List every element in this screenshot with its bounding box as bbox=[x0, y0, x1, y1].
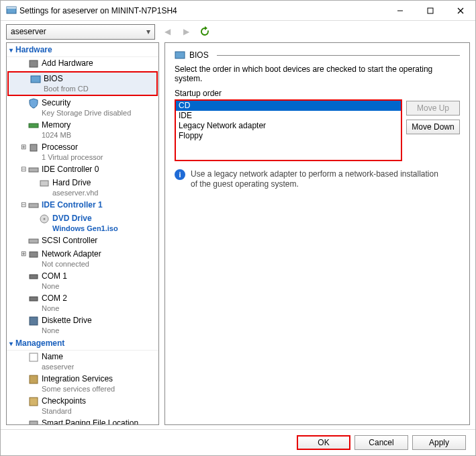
list-item[interactable]: IDE bbox=[176, 111, 401, 121]
tree-item-ide0[interactable]: ⊟ IDE Controller 0 bbox=[7, 163, 158, 177]
svg-rect-3 bbox=[428, 8, 433, 13]
close-button[interactable] bbox=[445, 1, 475, 20]
settings-tree[interactable]: ▾ Hardware Add Hardware BIOSBoot from CD… bbox=[6, 42, 159, 425]
hardware-section-label: Hardware bbox=[15, 45, 52, 54]
apply-button[interactable]: Apply bbox=[412, 435, 466, 450]
info-note: i Use a legacy network adapter to perfor… bbox=[175, 169, 460, 189]
harddrive-icon bbox=[39, 178, 50, 189]
refresh-button[interactable] bbox=[198, 25, 211, 38]
startup-order-label: Startup order bbox=[175, 89, 460, 98]
svg-point-14 bbox=[44, 218, 46, 220]
chip-icon bbox=[175, 50, 185, 60]
list-item[interactable]: CD bbox=[176, 101, 401, 111]
checkpoints-icon bbox=[28, 396, 39, 407]
app-icon bbox=[6, 5, 17, 16]
cancel-button[interactable]: Cancel bbox=[354, 435, 408, 450]
svg-rect-7 bbox=[31, 76, 40, 83]
tree-item-com2[interactable]: COM 2None bbox=[7, 292, 158, 314]
chip-icon bbox=[30, 74, 41, 85]
svg-rect-22 bbox=[30, 398, 38, 406]
main-content: ▾ Hardware Add Hardware BIOSBoot from CD… bbox=[1, 42, 475, 429]
chevron-down-icon: ▾ bbox=[146, 27, 150, 36]
tree-item-ide1[interactable]: ⊟ IDE Controller 1 bbox=[7, 199, 158, 212]
list-item[interactable]: Legacy Network adapter bbox=[176, 121, 401, 131]
move-up-button[interactable]: Move Up bbox=[406, 101, 460, 116]
vm-dropdown-value: aseserver bbox=[11, 27, 46, 36]
startup-order-group: Startup order CD IDE Legacy Network adap… bbox=[175, 89, 460, 161]
svg-rect-23 bbox=[30, 421, 38, 425]
tree-item-bios[interactable]: BIOSBoot from CD bbox=[7, 71, 158, 96]
expand-icon[interactable]: ⊞ bbox=[19, 142, 28, 150]
tree-item-network[interactable]: ⊞ Network AdapterNot connected bbox=[7, 248, 158, 270]
detail-title: BIOS bbox=[189, 50, 209, 60]
svg-rect-21 bbox=[30, 375, 38, 383]
tree-item-processor[interactable]: ⊞ Processor1 Virtual processor bbox=[7, 141, 158, 163]
management-section-label: Management bbox=[15, 338, 64, 348]
tree-item-scsi[interactable]: SCSI Controller bbox=[7, 234, 158, 248]
svg-rect-6 bbox=[30, 60, 38, 67]
svg-rect-24 bbox=[175, 52, 185, 58]
svg-rect-16 bbox=[30, 252, 38, 257]
tree-item-name[interactable]: Nameaseserver bbox=[7, 351, 158, 373]
diskette-icon bbox=[28, 316, 39, 326]
chevron-down-icon: ▾ bbox=[9, 340, 13, 347]
move-down-button[interactable]: Move Down bbox=[406, 120, 460, 134]
titlebar: Settings for aseserver on MININT-N7P1SH4 bbox=[1, 1, 475, 21]
controller-icon bbox=[28, 200, 39, 211]
integration-icon bbox=[28, 374, 39, 385]
paging-icon bbox=[28, 418, 39, 425]
tree-item-add-hardware[interactable]: Add Hardware bbox=[7, 57, 158, 71]
tree-item-diskette[interactable]: Diskette DriveNone bbox=[7, 314, 158, 336]
memory-icon bbox=[28, 120, 39, 131]
svg-rect-17 bbox=[30, 275, 38, 279]
info-text: Use a legacy network adapter to perform … bbox=[191, 169, 446, 189]
back-button[interactable]: ◀ bbox=[160, 25, 174, 38]
forward-button[interactable]: ▶ bbox=[179, 25, 193, 38]
chevron-down-icon: ▾ bbox=[9, 46, 13, 54]
svg-rect-12 bbox=[29, 203, 38, 208]
tree-item-com1[interactable]: COM 1None bbox=[7, 270, 158, 292]
network-icon bbox=[28, 249, 39, 260]
com-icon bbox=[28, 293, 39, 304]
ok-button[interactable]: OK bbox=[297, 435, 350, 450]
toolbar: aseserver ▾ ◀ ▶ bbox=[1, 21, 475, 42]
detail-pane: BIOS Select the order in which boot devi… bbox=[164, 42, 470, 425]
tree-item-checkpoints[interactable]: CheckpointsStandard bbox=[7, 395, 158, 417]
info-icon: i bbox=[175, 169, 185, 180]
hardware-section-header[interactable]: ▾ Hardware bbox=[7, 43, 158, 57]
detail-title-row: BIOS bbox=[175, 50, 460, 60]
startup-order-list[interactable]: CD IDE Legacy Network adapter Floppy bbox=[175, 99, 402, 161]
svg-rect-15 bbox=[29, 239, 38, 243]
svg-rect-11 bbox=[40, 181, 48, 186]
divider bbox=[217, 55, 460, 56]
svg-rect-20 bbox=[30, 353, 38, 361]
svg-rect-10 bbox=[29, 168, 38, 172]
tree-item-dvd[interactable]: DVD DriveWindows Gen1.iso bbox=[7, 212, 158, 234]
add-hardware-icon bbox=[28, 58, 39, 69]
collapse-icon[interactable]: ⊟ bbox=[19, 165, 28, 173]
tree-item-memory[interactable]: Memory1024 MB bbox=[7, 119, 158, 141]
expand-icon[interactable]: ⊞ bbox=[19, 249, 28, 257]
scsi-icon bbox=[28, 236, 39, 246]
dialog-footer: OK Cancel Apply bbox=[1, 429, 475, 455]
com-icon bbox=[28, 271, 39, 282]
controller-icon bbox=[28, 165, 39, 175]
maximize-button[interactable] bbox=[415, 1, 445, 20]
tree-item-security[interactable]: SecurityKey Storage Drive disabled bbox=[7, 97, 158, 119]
detail-description: Select the order in which boot devices a… bbox=[175, 64, 460, 83]
shield-icon bbox=[28, 98, 39, 109]
window-title: Settings for aseserver on MININT-N7P1SH4 bbox=[17, 6, 385, 15]
processor-icon bbox=[28, 142, 39, 153]
minimize-button[interactable] bbox=[385, 1, 415, 20]
management-section-header[interactable]: ▾ Management bbox=[7, 336, 158, 351]
tree-item-paging[interactable]: Smart Paging File LocationC:\ProgramData… bbox=[7, 417, 158, 425]
svg-rect-9 bbox=[30, 144, 37, 151]
svg-rect-8 bbox=[29, 124, 38, 128]
tree-item-harddrive[interactable]: Hard Driveaseserver.vhd bbox=[7, 177, 158, 199]
vm-dropdown[interactable]: aseserver ▾ bbox=[6, 24, 155, 40]
collapse-icon[interactable]: ⊟ bbox=[19, 200, 28, 208]
name-icon bbox=[28, 352, 39, 363]
list-item[interactable]: Floppy bbox=[176, 131, 401, 141]
tree-item-integration[interactable]: Integration ServicesSome services offere… bbox=[7, 373, 158, 395]
svg-rect-1 bbox=[7, 7, 16, 9]
